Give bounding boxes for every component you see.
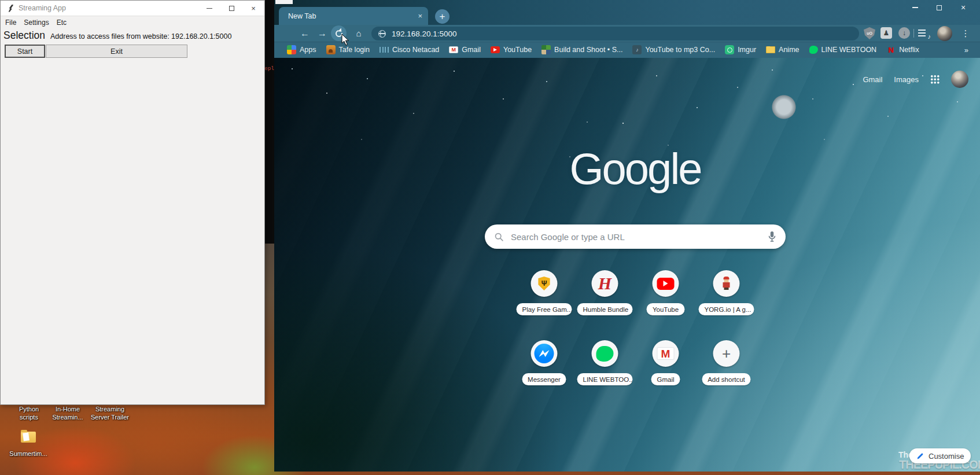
app-maximize-button[interactable] [220,1,242,16]
menu-settings[interactable]: Settings [24,19,49,27]
shortcut-humble-bundle[interactable]: H Humble Bundle [577,270,633,315]
shortcut-label: YORG.io | A g... [699,303,754,315]
search-icon [494,232,504,242]
gmail-link[interactable]: Gmail [863,75,882,84]
search-input[interactable] [511,232,761,242]
bookmarks-overflow-chevron[interactable]: » [964,46,968,54]
forward-button[interactable]: → [315,25,330,42]
maximize-icon [229,6,234,11]
music-note-icon: ♪ [928,33,931,40]
home-button[interactable]: ⌂ [352,25,366,42]
search-bar[interactable] [485,224,786,249]
tafe-favicon [326,45,336,54]
app-icon [8,5,14,12]
url-text: 192.168.20.1:5000 [392,30,457,38]
bookmark-apps[interactable]: Apps [287,45,316,54]
plus-icon: + [722,345,731,363]
bookmark-anime[interactable]: Anime [766,46,799,54]
chrome-minimize-button[interactable] [904,0,927,15]
youtube-favicon [491,46,500,53]
bookmark-label: Cisco Netacad [392,46,439,54]
chrome-maximize-button[interactable] [927,0,950,15]
back-button[interactable]: ← [297,25,312,42]
bookmark-line-webtoon[interactable]: LINE WEBTOON [809,46,877,54]
cisco-favicon [380,47,389,53]
folder-icon[interactable] [21,432,36,443]
shortcut-play-free-games[interactable]: Ψ Play Free Gam... [517,270,572,315]
webtoon-icon [596,346,614,362]
images-link[interactable]: Images [894,75,919,84]
address-info-text: Address to access files from website: 19… [50,31,231,40]
shortcut-label: YouTube [647,303,684,315]
tab-close-icon[interactable]: × [418,12,422,20]
shortcut-label: Play Free Gam... [517,303,572,315]
ublock-extension-icon[interactable]: uO [864,27,875,39]
bookmark-label: Imgur [738,46,756,54]
shortcut-yorg-io[interactable]: YORG.io | A g... [699,270,754,315]
profile-avatar[interactable] [937,26,952,41]
address-bar[interactable]: 192.168.20.1:5000 [371,27,859,40]
playlist-bars-icon [918,30,926,36]
streaming-app-window: Streaming App × File Settings Etc Select… [0,0,265,405]
menu-file[interactable]: File [5,19,16,27]
download-extension-icon[interactable]: ↓ [898,27,910,39]
shortcut-add[interactable]: + Add shortcut [699,340,754,385]
tab-new-tab[interactable]: New Tab × [279,7,428,25]
shield-icon: Ψ [538,277,551,290]
bookmark-imgur[interactable]: Imgur [725,45,756,54]
browser-menu-button[interactable]: ⋮ [960,25,971,42]
app-close-button[interactable]: × [242,1,264,16]
minimize-icon [912,7,918,8]
playlist-extension-icon[interactable]: ♪ [918,28,931,39]
shortcut-youtube[interactable]: YouTube [638,270,694,315]
shortcut-label: Add shortcut [702,373,751,385]
google-logo: Google [569,143,701,194]
exit-button[interactable]: Exit [46,45,187,58]
bookmark-youtube-to-mp3[interactable]: ♪ YouTube to mp3 Co... [632,45,715,54]
youtube-play-icon [657,278,675,290]
toolbar-separator [913,29,914,38]
bookmark-youtube[interactable]: YouTube [491,46,532,54]
chrome-close-button[interactable]: × [952,0,975,15]
bookmark-netflix[interactable]: N Netflix [886,45,919,54]
shortcut-line-webtoon[interactable]: LINE WEBTOO... [577,340,633,385]
bookmark-label: Anime [779,46,799,54]
bookmark-cisco-netacad[interactable]: Cisco Netacad [380,46,439,54]
desktop-icon-summertime[interactable]: Summertim... [5,450,51,458]
maximize-icon [937,5,942,10]
customise-button[interactable]: Customise [909,448,971,463]
extension-icon[interactable]: ♟ [880,27,892,39]
bookmark-gmail[interactable]: M Gmail [449,46,481,54]
yorg-character-icon [723,277,731,290]
screen: Python scripts In-Home Streamin... Strea… [0,0,980,475]
shortcut-gmail[interactable]: M Gmail [638,340,694,385]
google-apps-grid-icon[interactable] [930,75,940,84]
bookmark-tafe-login[interactable]: Tafe login [326,45,370,54]
desktop-icon-streaming-server-trailer[interactable]: Streaming Server Trailer [83,405,137,422]
stars-decoration [274,58,275,59]
selection-row: Selection Address to access files from w… [1,29,264,43]
messenger-icon [535,344,554,363]
imgur-favicon [725,45,734,54]
app-window-controls: × [198,1,264,16]
globe-icon [378,30,386,38]
app-buttons-row: Start Exit [1,43,264,58]
bookmark-label: Build and Shoot • S... [554,46,622,54]
microphone-icon[interactable] [768,231,776,242]
shortcut-row-1: Ψ Play Free Gam... H Humble Bundle YouTu… [517,270,754,315]
browser-toolbar: ← → ⌂ 192.168.20.1:5000 uO ♟ ↓ ♪ ⋮ [274,25,980,42]
bookmark-label: YouTube [503,46,532,54]
start-button[interactable]: Start [5,45,45,58]
new-tab-button[interactable]: + [435,9,450,24]
pencil-icon [916,452,924,460]
shortcut-messenger[interactable]: Messenger [517,340,572,385]
console-window[interactable]: eploy [264,0,274,244]
shortcut-label: LINE WEBTOO... [577,373,633,385]
shortcut-label: Gmail [651,373,680,385]
shortcut-label: Humble Bundle [577,303,633,315]
menu-etc[interactable]: Etc [57,19,67,27]
google-account-avatar[interactable] [951,71,968,88]
customise-label: Customise [929,452,964,461]
app-minimize-button[interactable] [198,1,220,16]
bookmark-build-and-shoot[interactable]: Build and Shoot • S... [541,45,622,54]
